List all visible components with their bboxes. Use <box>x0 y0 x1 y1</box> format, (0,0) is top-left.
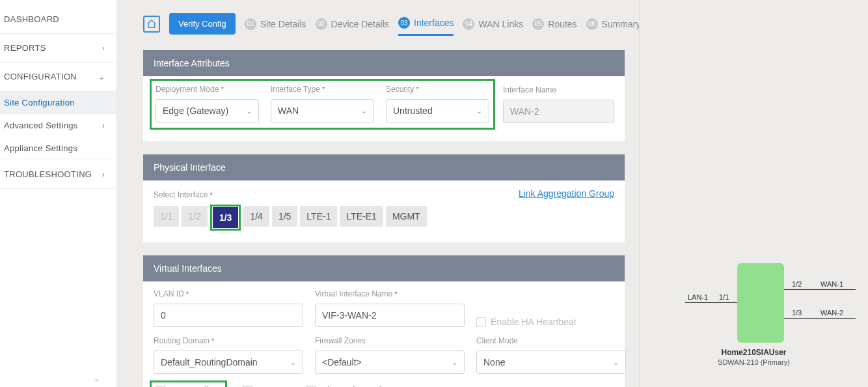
wan1-label: WAN-1 <box>821 280 843 288</box>
step-device-details[interactable]: 02Device Details <box>316 18 389 30</box>
sidebar-item-advanced-settings[interactable]: Advanced Settings› <box>0 114 116 137</box>
main-content: Verify Config 01Site Details 02Device De… <box>117 0 868 387</box>
sidebar-item-configuration[interactable]: CONFIGURATION⌄ <box>0 63 116 91</box>
step-number: 01 <box>245 18 256 30</box>
interface-name-label: Interface Name <box>503 85 614 94</box>
select-value: <Default> <box>322 357 362 367</box>
routing-domain-select[interactable]: Default_RoutingDomain⌄ <box>154 351 303 374</box>
interface-port-1-1[interactable]: 1/1 <box>154 206 179 227</box>
chevron-down-icon: ⌄ <box>246 107 252 115</box>
field-value: VIF-3-WAN-2 <box>322 310 376 321</box>
interface-port-lte-1[interactable]: LTE-1 <box>300 206 337 227</box>
deployment-mode-label: Deployment Mode <box>156 85 259 94</box>
sidebar-label: CONFIGURATION <box>4 72 77 81</box>
step-routes[interactable]: 05Routes <box>532 18 576 30</box>
step-summary[interactable]: 06Summary <box>586 18 641 30</box>
link-aggregation-group-link[interactable]: Link Aggregation Group <box>519 188 614 199</box>
sidebar-label: TROUBLESHOOTING <box>4 169 92 179</box>
interface-port-mgmt[interactable]: MGMT <box>386 206 427 227</box>
chevron-down-icon: ⌄ <box>613 358 619 367</box>
step-label: WAN Links <box>478 19 523 29</box>
sidebar-item-appliance-settings[interactable]: Appliance Settings <box>0 137 116 160</box>
interface-buttons: 1/1 1/2 1/3 1/4 1/5 LTE-1 LTE-E1 MGMT <box>154 206 614 231</box>
step-label: Summary <box>602 19 641 29</box>
vlan-id-field[interactable]: 0 <box>154 304 303 327</box>
step-number: 03 <box>398 17 410 29</box>
panel-physical-interface: Physical Interface Link Aggregation Grou… <box>143 154 625 242</box>
verify-config-button[interactable]: Verify Config <box>169 13 236 35</box>
interface-port-1-2[interactable]: 1/2 <box>182 206 207 227</box>
sidebar-label: Site Configuration <box>4 98 75 108</box>
home-icon[interactable] <box>143 16 160 33</box>
chevron-down-icon: ⌄ <box>361 107 367 115</box>
virtual-interface-name-field[interactable]: VIF-3-WAN-2 <box>315 304 465 327</box>
interface-type-select[interactable]: WAN⌄ <box>271 99 374 122</box>
interface-port-lte-e1[interactable]: LTE-E1 <box>340 206 383 227</box>
wan2-label: WAN-2 <box>821 309 843 317</box>
field-value: 0 <box>161 310 166 321</box>
device-box <box>737 263 784 343</box>
topology-pane: LAN-1 1/1 1/2 WAN-1 1/3 WAN-2 Home210SIA… <box>639 0 868 387</box>
security-label: Security <box>386 85 489 94</box>
chevron-right-icon: › <box>102 170 105 179</box>
sidebar-label: Advanced Settings <box>4 121 78 130</box>
chevron-down-icon: ⌄ <box>98 72 105 81</box>
lan1-label: LAN-1 <box>688 293 708 301</box>
sidebar-label: Appliance Settings <box>4 143 77 153</box>
select-value: Edge (Gateway) <box>163 106 228 116</box>
routing-domain-label: Routing Domain <box>154 336 303 345</box>
firewall-zones-select[interactable]: <Default>⌄ <box>315 351 465 374</box>
sidebar-item-dashboard[interactable]: DASHBOARD <box>0 5 116 34</box>
vlan-id-label: VLAN ID <box>154 289 303 298</box>
interface-name-field: WAN-2 <box>503 100 614 123</box>
device-name: Home210SIAUser <box>640 348 868 357</box>
diagram-line <box>784 318 856 319</box>
port-1-3-label: 1/3 <box>792 309 802 317</box>
step-wan-links[interactable]: 04WAN Links <box>463 18 523 30</box>
panel-header: Virtual Interfaces <box>143 255 625 281</box>
interface-port-1-5[interactable]: 1/5 <box>272 206 297 227</box>
step-label: Routes <box>548 19 576 29</box>
step-number: 06 <box>586 18 598 30</box>
device-diagram: LAN-1 1/1 1/2 WAN-1 1/3 WAN-2 Home210SIA… <box>640 250 868 380</box>
field-value: WAN-2 <box>510 106 539 117</box>
device-subtitle: SDWAN-210 (Primary) <box>640 358 868 366</box>
virtual-interface-name-label: Virtual Interface Name <box>315 289 465 298</box>
step-label: Site Details <box>260 19 306 29</box>
interface-port-1-4[interactable]: 1/4 <box>243 206 269 227</box>
sidebar-item-site-configuration[interactable]: Site Configuration <box>0 91 116 114</box>
interface-port-1-3[interactable]: 1/3 <box>213 207 238 228</box>
step-interfaces[interactable]: 03Interfaces <box>398 17 454 36</box>
select-value: None <box>483 357 505 367</box>
panel-virtual-interfaces: Virtual Interfaces VLAN ID 0 Virtual Int… <box>143 255 625 387</box>
checkbox-icon <box>476 317 486 327</box>
select-value: WAN <box>278 106 299 116</box>
panel-header: Interface Attributes <box>143 50 625 76</box>
chevron-right-icon: › <box>102 44 105 53</box>
firewall-zones-label: Firewall Zones <box>315 336 465 345</box>
sidebar-item-reports[interactable]: REPORTS› <box>0 34 116 63</box>
diagram-line <box>685 302 737 303</box>
sidebar-label: REPORTS <box>4 43 46 53</box>
deployment-mode-select[interactable]: Edge (Gateway)⌄ <box>156 99 259 122</box>
chevron-down-icon: ⌄ <box>476 107 482 115</box>
select-value: Default_RoutingDomain <box>161 357 258 367</box>
client-mode-select[interactable]: None⌄ <box>476 351 626 374</box>
step-label: Interfaces <box>414 18 454 28</box>
sidebar-item-troubleshooting[interactable]: TROUBLESHOOTING› <box>0 160 116 189</box>
step-site-details[interactable]: 01Site Details <box>245 18 306 30</box>
chevron-right-icon: › <box>102 121 105 130</box>
panel-interface-attributes: Interface Attributes Deployment Mode Edg… <box>143 50 625 141</box>
port-1-2-label: 1/2 <box>792 280 802 288</box>
checkbox-label: Enable HA Heartbeat <box>491 317 576 327</box>
security-select[interactable]: Untrusted⌄ <box>386 99 489 122</box>
panel-header: Physical Interface <box>143 154 625 180</box>
chevron-down-icon: ⌄ <box>290 358 296 367</box>
sidebar: DASHBOARD REPORTS› CONFIGURATION⌄ Site C… <box>0 0 117 387</box>
scroll-down-icon[interactable]: ⌄ <box>94 374 100 383</box>
step-number: 05 <box>532 18 544 30</box>
sidebar-label: DASHBOARD <box>4 14 59 24</box>
step-label: Device Details <box>331 19 389 29</box>
enable-ha-heartbeat-checkbox: Enable HA Heartbeat <box>476 317 576 327</box>
interface-type-label: Interface Type <box>271 85 374 94</box>
